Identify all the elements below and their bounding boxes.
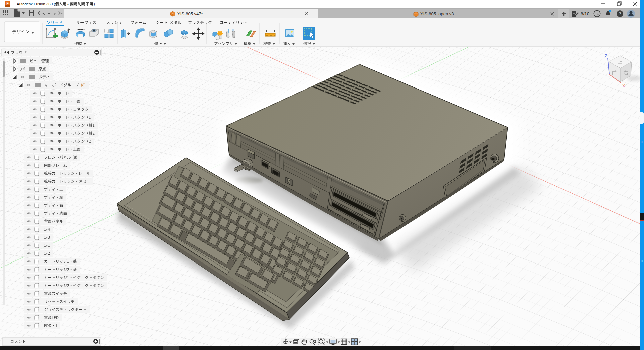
svg-text:Autodesk Fusion 360 (: Autodesk Fusion 360 ( (17, 2, 55, 6)
svg-text:Z: Z (605, 53, 607, 58)
svg-text:): ) (94, 2, 95, 6)
svg-text:-: - (67, 2, 69, 6)
svg-text:u: u (641, 140, 643, 144)
svg-text:YIS-805 v47*: YIS-805 v47* (177, 11, 203, 16)
svg-text:?: ? (619, 11, 621, 16)
svg-text:YIS-805_open v3: YIS-805_open v3 (420, 11, 454, 16)
svg-text:8/10: 8/10 (581, 11, 589, 16)
svg-text:X: X (622, 83, 625, 89)
svg-text:H: H (641, 259, 643, 263)
svg-text:F: F (6, 1, 9, 5)
